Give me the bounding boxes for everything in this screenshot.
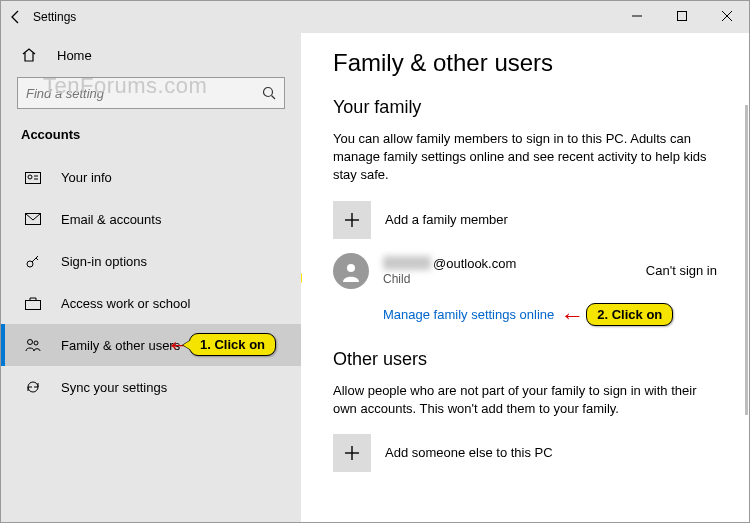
page-heading: Family & other users	[333, 49, 717, 77]
nav-email-accounts[interactable]: Email & accounts	[1, 198, 301, 240]
redacted-email-prefix	[383, 256, 431, 270]
avatar-icon	[333, 253, 369, 289]
window-title: Settings	[33, 10, 76, 24]
settings-window: Settings Home	[0, 0, 750, 523]
sidebar: Home Accounts Your info Email & accou	[1, 33, 301, 522]
your-family-desc: You can allow family members to sign in …	[333, 130, 717, 185]
sync-icon	[25, 379, 45, 395]
id-card-icon	[25, 170, 45, 184]
content-pane: Family & other users Your family You can…	[301, 33, 749, 522]
plus-icon	[333, 434, 371, 472]
maximize-button[interactable]	[659, 1, 704, 31]
nav-label: Access work or school	[61, 296, 190, 311]
member-status: Can't sign in	[646, 263, 717, 278]
email-suffix: @outlook.com	[433, 256, 516, 271]
svg-point-12	[34, 341, 38, 345]
briefcase-icon	[25, 296, 45, 310]
back-button[interactable]	[1, 1, 31, 33]
key-icon	[25, 253, 45, 269]
nav-label: Email & accounts	[61, 212, 161, 227]
home-label: Home	[57, 48, 92, 63]
member-role: Child	[383, 272, 646, 286]
svg-point-5	[28, 175, 32, 179]
annotation-step1: 1. Click on	[189, 333, 276, 356]
add-family-member[interactable]: Add a family member	[333, 201, 717, 239]
svg-line-3	[271, 95, 275, 99]
nav-label: Family & other users	[61, 338, 180, 353]
add-other-user[interactable]: Add someone else to this PC	[333, 434, 717, 472]
nav-label: Your info	[61, 170, 112, 185]
nav-label: Sync your settings	[61, 380, 167, 395]
svg-point-2	[263, 87, 272, 96]
search-icon[interactable]	[254, 86, 284, 101]
nav-sync-settings[interactable]: Sync your settings	[1, 366, 301, 408]
nav-your-info[interactable]: Your info	[1, 156, 301, 198]
member-email: @outlook.com	[383, 256, 646, 271]
svg-rect-10	[26, 301, 41, 310]
titlebar: Settings	[1, 1, 749, 33]
window-controls	[614, 1, 749, 31]
close-button[interactable]	[704, 1, 749, 31]
svg-point-15	[347, 264, 355, 272]
home-icon	[21, 47, 41, 63]
search-box[interactable]	[17, 77, 285, 109]
minimize-button[interactable]	[614, 1, 659, 31]
search-input[interactable]	[18, 86, 254, 101]
plus-icon	[333, 201, 371, 239]
annotation-arrow-icon: ←	[560, 303, 584, 327]
your-family-title: Your family	[333, 97, 717, 118]
section-title: Accounts	[1, 117, 301, 156]
nav-label: Sign-in options	[61, 254, 147, 269]
nav-access-work-school[interactable]: Access work or school	[1, 282, 301, 324]
manage-family-link[interactable]: Manage family settings online	[383, 307, 554, 322]
add-family-label: Add a family member	[385, 212, 508, 227]
scrollbar[interactable]	[745, 105, 748, 415]
svg-point-11	[28, 340, 33, 345]
family-member-row[interactable]: @outlook.com Child Can't sign in	[333, 253, 717, 289]
add-other-label: Add someone else to this PC	[385, 445, 553, 460]
home-nav[interactable]: Home	[1, 37, 301, 73]
mail-icon	[25, 213, 45, 225]
other-users-title: Other users	[333, 349, 717, 370]
annotation-step2: 2. Click on	[586, 303, 673, 326]
svg-rect-1	[677, 12, 686, 21]
nav-signin-options[interactable]: Sign-in options	[1, 240, 301, 282]
people-icon	[25, 338, 45, 352]
other-users-desc: Allow people who are not part of your fa…	[333, 382, 717, 418]
